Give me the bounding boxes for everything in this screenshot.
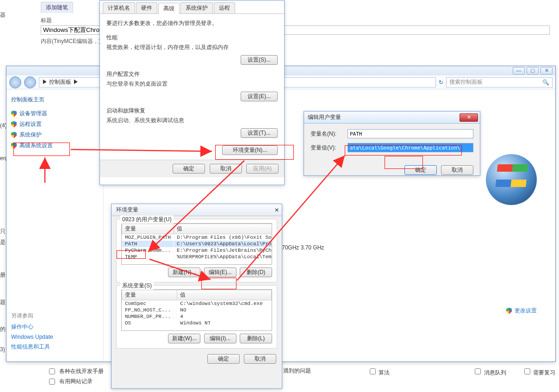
close-button[interactable]: ✕ [540,67,553,75]
checkbox[interactable] [49,368,55,374]
sys-vars-group-label: 系统变量(S) [120,282,154,290]
new-user-var-button[interactable]: 新建(N)... [168,268,200,277]
back-button[interactable] [9,76,21,88]
profiles-title: 用户配置文件 [106,70,278,78]
col-val[interactable]: 值 [177,290,272,300]
table-row[interactable]: TEMP%USERPROFILE%\AppData\Local\Temp [122,254,273,260]
var-name-input[interactable] [348,129,473,138]
perf-title: 性能 [106,34,278,42]
checkbox-item[interactable]: 各种在线开发手册 [47,367,104,376]
sec-link-action-center[interactable]: 操作中心 [11,322,94,332]
footer-text: 遇到的问题 [283,367,311,375]
minimize-button[interactable]: — [513,67,525,75]
profiles-desc: 与您登录有关的桌面设置 [106,80,278,88]
system-properties-dialog: 计算机名 硬件 高级 系统保护 远程 要进行大多数更改，您必须作为管理员登录。 … [99,0,285,185]
sys-vars-list[interactable]: 变量值 ComSpecC:\windows\system32\cmd.exe F… [121,289,272,331]
checkbox-item[interactable]: 有用网站记录 [47,377,93,386]
table-row[interactable]: OSWindows NT [122,320,272,326]
profiles-settings-button[interactable]: 设置(E)... [241,92,278,101]
cancel-button[interactable]: 取消 [210,164,242,174]
delete-user-var-button[interactable]: 删除(D) [240,268,272,277]
perf-desc: 视觉效果，处理器计划，内存使用，以及虚拟内存 [106,44,278,51]
startup-settings-button[interactable]: 设置(T)... [241,128,278,138]
startup-title: 启动和故障恢复 [106,107,278,115]
shield-icon [11,132,17,138]
tab-remote[interactable]: 远程 [214,2,235,13]
user-vars-list[interactable]: 变量值 MOZ_PLUGIN_PATHD:\Program Files (x86… [121,223,272,265]
sidebar-heading: 控制面板主页 [11,96,99,104]
change-settings-link[interactable]: 更改设置 [506,307,537,315]
dialog-title: 编辑用户变量 [308,113,341,121]
checkbox-label: 有用网站记录 [59,378,93,386]
footer-link[interactable]: 算法 [368,367,390,377]
edit-user-var-button[interactable]: 编辑(E)... [204,268,236,277]
checkbox[interactable] [49,379,55,385]
footer-link[interactable]: 消息队列 [473,367,506,377]
checkbox[interactable] [475,368,481,374]
tab-system-protection[interactable]: 系统保护 [180,2,213,13]
cancel-button[interactable]: 取消 [441,165,473,175]
sidebar-device-manager[interactable]: 设备管理器 [11,108,99,119]
sidebar-remote-settings[interactable]: 远程设置 [11,119,99,130]
edge-text: 3) [0,346,5,353]
close-button[interactable]: ✕ [274,207,279,213]
user-vars-group-label: 0923 的用户变量(U) [120,216,174,224]
sidebar-advanced-system-settings[interactable]: 高级系统设置 [11,140,99,151]
apply-button[interactable]: 应用(A) [246,164,279,174]
edge-text: 器 [0,11,6,19]
refresh-icon[interactable]: ↻ [439,79,443,86]
ok-button[interactable]: 确定 [207,354,240,364]
table-row[interactable]: ComSpecC:\windows\system32\cmd.exe [122,300,272,307]
shield-icon [11,111,17,117]
var-value-label: 变量值(V): [311,144,348,152]
edge-text: 册 [0,271,6,279]
search-box[interactable]: 搜索控制面板 🔍 [446,77,553,87]
var-value-input[interactable] [348,143,473,152]
tab-add-note[interactable]: 添加随笔 [41,2,73,13]
col-var[interactable]: 变量 [122,224,174,234]
cpu-ghz-text: 70GHz 3.70 GHz [282,244,324,251]
table-row[interactable]: MOZ_PLUGIN_PATHD:\Program Files (x86)\Fo… [122,234,273,241]
windows-logo-icon [486,154,537,205]
see-also-label: 另请参阅 [11,312,94,320]
col-val[interactable]: 值 [174,224,272,234]
table-row[interactable]: NUMBER_OF_PR...4 [122,313,272,320]
tab-hardware[interactable]: 硬件 [136,2,157,13]
new-sys-var-button[interactable]: 新建(W)... [168,334,200,343]
checkbox[interactable] [524,368,530,374]
search-icon: 🔍 [542,79,549,86]
sec-link-perf-info[interactable]: 性能信息和工具 [11,342,94,352]
checkbox-label: 各种在线开发手册 [59,367,104,375]
edit-user-variable-dialog: 编辑用户变量 ✕ 变量名(N): 变量值(V): 确定 取消 [304,111,480,176]
shield-icon [506,308,512,314]
shield-icon [11,143,17,149]
close-button[interactable]: ✕ [460,113,478,122]
forward-button[interactable] [24,76,36,88]
maximize-button[interactable]: ▢ [527,67,539,75]
breadcrumb: ▶ 控制面板 ▶ [42,78,79,86]
var-name-label: 变量名(N): [311,130,348,138]
ok-button[interactable]: 确定 [173,164,205,174]
env-variables-button[interactable]: 环境变量(N)... [222,145,278,155]
footer-link[interactable]: 需要复习 [522,367,555,377]
checkbox[interactable] [370,368,376,374]
cancel-button[interactable]: 取消 [244,354,276,364]
admin-note: 要进行大多数更改，您必须作为管理员登录。 [100,16,284,31]
tab-computer-name[interactable]: 计算机名 [103,2,135,13]
search-placeholder: 搜索控制面板 [449,78,483,86]
table-row[interactable]: FP_NO_HOST_C...NO [122,307,272,313]
table-row[interactable]: PATHC:\Users\0923\AppData\Local\Pro... [122,241,273,247]
tab-advanced[interactable]: 高级 [158,3,180,14]
edit-sys-var-button[interactable]: 编辑(I)... [204,334,236,343]
perf-settings-button[interactable]: 设置(S)... [241,55,278,65]
sidebar-system-protection[interactable]: 系统保护 [11,130,99,140]
ok-button[interactable]: 确定 [404,165,437,175]
col-var[interactable]: 变量 [122,290,177,300]
shield-icon [11,121,17,128]
tabstrip: 计算机名 硬件 高级 系统保护 远程 [100,0,284,14]
delete-sys-var-button[interactable]: 删除(L) [240,334,272,343]
sec-link-windows-update[interactable]: Windows Update [11,332,94,342]
table-row[interactable]: PyCharm Comm...E:\Program Files\JetBrain… [122,247,273,254]
edge-text: 只 [0,228,6,236]
dialog-title: 环境变量 [116,206,138,214]
